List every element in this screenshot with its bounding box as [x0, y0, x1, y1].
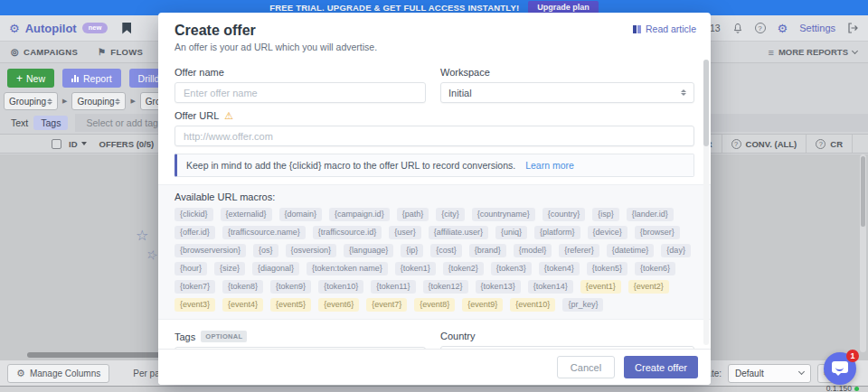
macro-chip[interactable]: {platform} — [534, 226, 580, 239]
macro-chip[interactable]: {token13} — [476, 280, 521, 294]
macro-chip[interactable]: {token9} — [270, 280, 311, 294]
column-id[interactable]: ID — [69, 139, 87, 149]
workspace-select[interactable]: Initial — [440, 82, 694, 103]
create-offer-button[interactable]: Create offer — [624, 356, 698, 378]
macro-chip[interactable]: {size} — [214, 262, 245, 275]
macro-chip[interactable]: {trafficsource.name} — [222, 226, 306, 239]
help-circle-icon[interactable]: ? — [816, 139, 826, 149]
macro-chip[interactable]: {token3} — [491, 262, 532, 275]
macro-chip[interactable]: {token14} — [528, 280, 573, 294]
manage-columns-button[interactable]: ⚙ Manage Columns — [7, 364, 109, 383]
macro-chip[interactable]: {uniq} — [495, 226, 527, 239]
macro-chip[interactable]: {ip} — [401, 244, 423, 257]
logout-icon[interactable] — [847, 23, 859, 33]
macro-chip[interactable]: {token:token name} — [307, 262, 388, 275]
settings-gear-icon[interactable]: ⚙ — [778, 23, 788, 34]
more-reports-label: MORE REPORTS — [778, 47, 848, 57]
macro-chip[interactable]: {event6} — [318, 298, 359, 312]
macro-chip[interactable]: {externalid} — [221, 208, 272, 221]
macro-chip[interactable]: {campaign.id} — [329, 208, 390, 221]
column-conv[interactable]: ? CONV. (ALL) — [722, 135, 807, 153]
country-select[interactable]: Global(GLB) — [440, 346, 694, 349]
bookmark-icon[interactable] — [122, 23, 131, 34]
macro-chip[interactable]: {token11} — [371, 280, 415, 294]
macro-chip[interactable]: {event4} — [222, 298, 263, 312]
macro-chip[interactable]: {event3} — [175, 298, 215, 312]
column-conv-label: CONV. (ALL) — [746, 139, 797, 149]
macro-chip[interactable]: {hour} — [175, 262, 207, 275]
macro-chip[interactable]: {isp} — [592, 208, 619, 221]
new-offer-button[interactable]: + New — [7, 69, 54, 88]
modal-scrollbar[interactable] — [703, 60, 709, 345]
macro-chip[interactable]: {path} — [397, 208, 429, 221]
macro-chip[interactable]: {event9} — [462, 298, 503, 312]
macro-chip[interactable]: {clickid} — [175, 208, 213, 221]
macro-chip[interactable]: {event10} — [510, 298, 555, 312]
macro-chip[interactable]: {day} — [661, 244, 691, 257]
macro-chip[interactable]: {osversion} — [286, 244, 337, 257]
macro-chip[interactable]: {user} — [389, 226, 421, 239]
template-select[interactable]: Default — [728, 364, 811, 383]
macro-chip[interactable]: {os} — [253, 244, 278, 257]
cancel-button[interactable]: Cancel — [557, 356, 615, 378]
macro-chip[interactable]: {lander.id} — [627, 208, 674, 221]
macro-chip[interactable]: {trafficsource.id} — [313, 226, 382, 239]
offer-name-input[interactable] — [175, 82, 426, 103]
macro-chip[interactable]: {event7} — [366, 298, 407, 312]
macro-chip[interactable]: {token7} — [175, 280, 215, 294]
app-window: FREE TRIAL. UPGRADE & GET FULL ACCESS IN… — [0, 0, 868, 392]
offer-url-input[interactable] — [175, 126, 694, 146]
settings-link[interactable]: Settings — [799, 23, 835, 33]
macro-chip[interactable]: {browserversion} — [175, 244, 246, 257]
macro-chip[interactable]: {event8} — [414, 298, 455, 312]
brand[interactable]: ⚙ Autopilot new — [9, 22, 131, 35]
macro-chip[interactable]: {device} — [588, 226, 627, 239]
macro-chip[interactable]: {token1} — [395, 262, 436, 275]
macro-chip[interactable]: {pr_key} — [562, 298, 603, 312]
macro-chip[interactable]: {affiliate.user} — [429, 226, 488, 239]
macro-chip[interactable]: {token8} — [222, 280, 263, 294]
tab-flows[interactable]: ⚑ FLOWS — [98, 42, 143, 63]
help-circle-icon[interactable]: ? — [731, 139, 741, 149]
macro-chip[interactable]: {token4} — [539, 262, 580, 275]
report-button[interactable]: Report — [62, 69, 121, 88]
macro-chip[interactable]: {referer} — [559, 244, 599, 257]
macro-chip[interactable]: {model} — [514, 244, 552, 257]
macro-chip[interactable]: {event2} — [628, 280, 669, 294]
macro-chip[interactable]: {token5} — [587, 262, 627, 275]
macro-chip[interactable]: {token6} — [635, 262, 675, 275]
macro-chip[interactable]: {browser} — [635, 226, 680, 239]
help-icon[interactable]: ? — [755, 23, 766, 33]
more-reports-menu[interactable]: ≡ MORE REPORTS — [769, 47, 857, 58]
macro-chip[interactable]: {language} — [344, 244, 393, 257]
macro-chip[interactable]: {event5} — [270, 298, 311, 312]
macro-chip[interactable]: {datetime} — [607, 244, 655, 257]
macro-chip[interactable]: {brand} — [469, 244, 506, 257]
tags-input[interactable] — [175, 347, 426, 349]
macro-chip[interactable]: {token10} — [318, 280, 363, 294]
macro-chip[interactable]: {token2} — [443, 262, 484, 275]
column-cr[interactable]: ? CR — [806, 135, 852, 153]
filter-mode-tags[interactable]: Tags — [33, 116, 68, 130]
bell-icon[interactable] — [732, 23, 743, 34]
macro-chip[interactable]: {offer.id} — [175, 226, 215, 239]
grouping-select-2[interactable]: Grouping — [71, 92, 126, 110]
macro-chip[interactable]: {diagonal} — [252, 262, 299, 275]
column-offers[interactable]: OFFERS (0/5) — [99, 139, 155, 149]
tab-campaigns[interactable]: ◎ CAMPAIGNS — [11, 42, 78, 63]
macro-chip[interactable]: {city} — [436, 208, 465, 221]
select-all-checkbox[interactable] — [52, 139, 61, 149]
grouping-select-1[interactable]: Grouping — [4, 92, 58, 110]
updown-caret-icon — [681, 89, 686, 96]
macro-chip[interactable]: {countryname} — [472, 208, 535, 221]
filter-mode-text[interactable]: Text — [11, 117, 28, 128]
macro-chip[interactable]: {country} — [542, 208, 586, 221]
macro-chip[interactable]: {cost} — [430, 244, 462, 257]
chat-widget-button[interactable]: 1 — [824, 352, 856, 385]
learn-more-link[interactable]: Learn more — [525, 160, 574, 171]
vertical-scrollbar[interactable] — [860, 154, 866, 352]
macro-chip[interactable]: {token12} — [423, 280, 468, 294]
macro-chip[interactable]: {event1} — [580, 280, 621, 294]
macro-chip[interactable]: {domain} — [279, 208, 323, 221]
read-article-link[interactable]: Read article — [633, 23, 696, 34]
